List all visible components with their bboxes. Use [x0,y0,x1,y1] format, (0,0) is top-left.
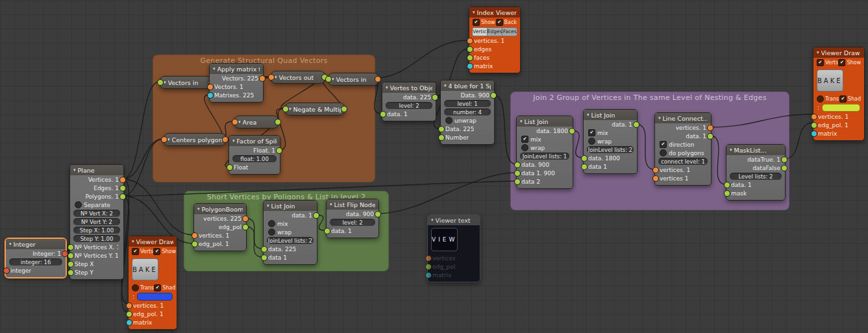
plane-node[interactable]: ▾PlaneVertices. 1Edges. 1Polygons. 1Sepa… [69,164,124,280]
input-socket[interactable] [227,164,233,171]
input-socket[interactable] [438,134,445,141]
collapse-arrow-icon[interactable]: ▾ [167,137,170,142]
input-socket[interactable] [324,228,330,234]
input-socket[interactable] [652,175,659,182]
vectors-out-node[interactable]: ▾Vectors out [270,71,326,84]
input-socket[interactable] [467,63,473,69]
toggle-radio[interactable] [268,220,275,227]
collapse-arrow-icon[interactable]: ▾ [275,75,277,80]
checkbox[interactable]: ✔ [588,129,595,136]
input-socket[interactable] [3,267,10,274]
output-socket[interactable] [781,156,787,163]
collapse-arrow-icon[interactable]: ▾ [658,116,661,121]
viewer-draw-left[interactable]: ▾Viewer Draw✔Verts✔ShowBAKETrans✔Shad:ve… [128,236,177,330]
input-socket[interactable] [261,246,267,253]
number-field[interactable]: ‹float: 1.00› [232,155,277,162]
node-header[interactable]: ▾Factor of Spike ... [229,136,280,146]
centers-polygons-node[interactable]: ▾Centers polygons [163,133,227,146]
collapse-arrow-icon[interactable]: ▾ [730,147,732,153]
collapse-arrow-icon[interactable]: ▾ [132,239,134,244]
input-socket[interactable] [467,46,473,53]
output-socket[interactable] [432,94,438,101]
input-socket[interactable] [192,241,198,247]
input-socket[interactable] [581,164,588,170]
viewer-draw-right[interactable]: ▾Viewer Draw✔Verts✔ShowBAKETrans✔Shad:ve… [813,47,865,141]
collapse-arrow-icon[interactable]: ▾ [330,202,332,207]
number-field[interactable]: ‹JoinLevel lists: 1› [520,153,569,160]
polygonboom-node[interactable]: ▾PolygonBoom...vertices. 225edg_polverti… [193,203,247,251]
number-field[interactable]: ‹level: 1› [444,100,491,107]
number-field[interactable]: ‹JoinLevel lists: 2› [587,146,634,153]
number-field[interactable]: ‹level: 2› [386,102,432,109]
decrement-arrow-icon[interactable]: ‹ [75,235,77,241]
list-join-purple-2[interactable]: ▾List Joindata. 1✔mixwrap‹JoinLevel list… [583,109,638,174]
decrement-arrow-icon[interactable]: ‹ [660,158,662,164]
decrement-arrow-icon[interactable]: ‹ [75,218,77,225]
output-socket[interactable] [259,75,266,82]
decrement-arrow-icon[interactable]: ‹ [75,227,77,233]
input-socket[interactable] [581,155,588,162]
toggle-radio[interactable] [268,228,275,236]
output-socket[interactable] [375,76,381,82]
number-field[interactable]: ‹integer: 16› [9,258,62,265]
number-field[interactable]: ‹Step X: 1.00› [73,227,120,234]
apply-matrix-node[interactable]: ▾Apply matrix for...Vectors. 225Vectors.… [209,63,264,103]
collapse-arrow-icon[interactable]: ▾ [386,85,388,90]
node-header[interactable]: ▾List Join [584,110,637,120]
checkbox[interactable]: ✔ [817,59,824,66]
decrement-arrow-icon[interactable]: ‹ [268,237,271,243]
increment-arrow-icon[interactable]: › [630,146,632,153]
decrement-arrow-icon[interactable]: ‹ [521,153,524,159]
checkbox[interactable]: ✔ [473,19,480,26]
input-socket[interactable] [514,162,521,168]
output-socket[interactable] [569,128,575,134]
collapse-arrow-icon[interactable]: ▾ [238,119,241,125]
collapse-arrow-icon[interactable]: ▾ [431,217,434,223]
increment-arrow-icon[interactable]: › [487,100,490,106]
collapse-arrow-icon[interactable]: ▾ [9,241,12,247]
collapse-arrow-icon[interactable]: ▾ [473,10,475,15]
increment-arrow-icon[interactable]: › [428,102,431,108]
collapse-arrow-icon[interactable]: ▾ [197,206,200,212]
mode-faces-button[interactable]: Faces [502,28,517,36]
input-socket[interactable] [467,55,473,61]
node-header[interactable]: ▾Index Viewer Draw [469,7,520,18]
toggle-radio[interactable] [521,144,528,151]
input-socket[interactable] [268,74,275,80]
vectors-in-2[interactable]: ▾Vectors in [327,73,379,86]
vectors-in-1[interactable]: ▾Vectors in [159,76,212,89]
viewer-text-node[interactable]: ▾Viewer textVIEWverticesedg_polmatrix [427,214,480,282]
input-socket[interactable] [467,38,473,44]
input-socket[interactable] [724,190,730,197]
four-blue-for-one-spike-node[interactable]: ▾4 blue for 1 SpikeData. 900‹level: 1›‹n… [440,80,495,145]
checkbox[interactable]: ✔ [660,141,667,148]
node-header[interactable]: ▾Integer [6,239,66,249]
decrement-arrow-icon[interactable]: ‹ [234,155,236,162]
output-socket[interactable] [490,92,497,99]
node-header[interactable]: ▾4 blue for 1 Spike [441,80,494,91]
input-socket[interactable] [126,319,132,326]
list-join-purple-1[interactable]: ▾List Joindata. 1800✔mixwrap‹JoinLevel l… [516,116,573,189]
increment-arrow-icon[interactable]: › [565,153,568,159]
collapse-arrow-icon[interactable]: ▾ [213,66,216,71]
input-socket[interactable] [192,232,198,239]
input-socket[interactable] [724,182,730,188]
input-socket[interactable] [282,106,289,112]
input-socket[interactable] [811,122,817,129]
decrement-arrow-icon[interactable]: ‹ [731,173,734,179]
number-field[interactable]: ‹number: 4› [444,108,491,116]
line-connect-node[interactable]: ▾Line Connect...vertices. 1data. 1✔direc… [654,112,712,186]
checkbox[interactable]: ✔ [496,19,503,26]
number-field[interactable]: ‹Step Y: 1.00› [73,235,120,242]
output-socket[interactable] [375,211,381,217]
number-field[interactable]: ‹Level lists: 2› [730,173,782,180]
input-socket[interactable] [68,244,74,251]
mode-vertic-button[interactable]: Vertic [473,28,488,36]
node-header[interactable]: ▾PolygonBoom... [194,204,246,214]
checkbox[interactable]: ✔ [839,95,847,103]
output-socket[interactable] [242,216,249,222]
negate-multiply-node[interactable]: ▾Negate & Multiply [284,103,345,116]
input-socket[interactable] [325,76,332,82]
toggle-radio[interactable] [588,138,595,145]
output-socket[interactable] [275,119,281,125]
